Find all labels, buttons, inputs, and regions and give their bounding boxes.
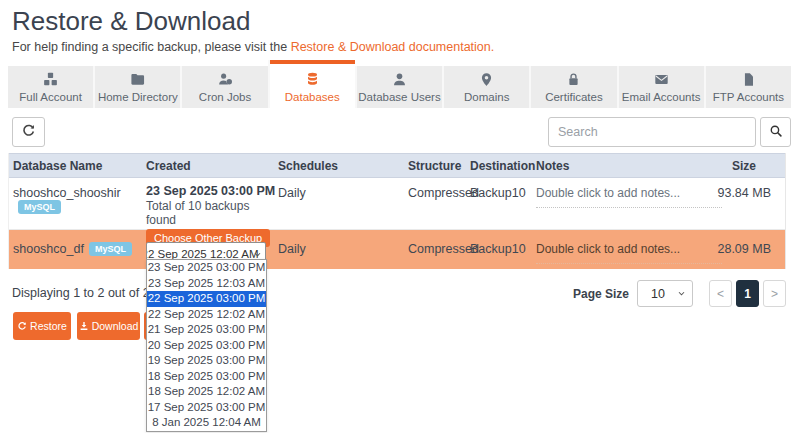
column-created: Created [146,159,278,173]
column-schedules: Schedules [278,159,408,173]
db-name: shooshco_shooshir [13,186,121,200]
pagination-controls: Page Size 10 < 1 > [573,280,786,307]
tab-label: Home Directory [98,91,178,103]
next-page-button[interactable]: > [763,280,786,307]
restore-icon [17,321,27,331]
backups-table: Database Name Created Schedules Structur… [8,153,786,269]
page-size-value: 10 [651,287,665,301]
user-icon [391,71,407,87]
dropdown-option[interactable]: 23 Sep 2025 03:00 PM [147,260,266,276]
dropdown-option[interactable]: 18 Sep 2025 03:00 PM [147,369,266,385]
restore-download-page: Restore & Download For help finding a sp… [0,0,800,433]
notes-placeholder: Double click to add notes... [536,242,722,264]
lock-icon [566,71,582,87]
column-structure: Structure [408,159,470,173]
dropdown-option-highlighted[interactable]: 22 Sep 2025 03:00 PM [147,291,266,307]
download-icon [79,321,89,331]
page-title: Restore & Download [12,6,250,37]
size-cell: 28.09 MB [716,230,787,269]
tab-full-account[interactable]: Full Account [8,66,93,108]
table-header-row: Database Name Created Schedules Structur… [9,153,785,178]
restore-button[interactable]: Restore [13,312,71,340]
mysql-badge: MySQL [18,200,61,214]
documentation-link[interactable]: Restore & Download documentation. [291,40,495,54]
tab-label: Database Users [358,91,440,103]
help-text: For help finding a specific backup, plea… [12,40,291,54]
page-size-label: Page Size [573,287,629,301]
tab-certificates[interactable]: Certificates [529,66,616,108]
database-icon [304,71,320,87]
selected-backup-date: 22 Sep 2025 12:02 AM [146,248,259,260]
backups-found-note: Total of 10 backups found [146,199,278,227]
table-row[interactable]: shooshco_shooshirMySQL 23 Sep 2025 03:00… [9,178,785,230]
schedules-cell: Daily [278,230,408,269]
tab-cron-jobs[interactable]: Cron Jobs [180,66,267,108]
dropdown-option[interactable]: 19 Sep 2025 03:00 PM [147,353,266,369]
tab-label: Email Accounts [622,91,701,103]
table-row-selected[interactable]: shooshco_dfMySQL 22 Sep 2025 12:02 AM Da… [9,230,785,269]
map-pin-icon [479,71,495,87]
column-destination: Destination [470,159,536,173]
dropdown-option[interactable]: 21 Sep 2025 03:00 PM [147,322,266,338]
help-line: For help finding a specific backup, plea… [12,40,494,54]
download-button[interactable]: Download [77,312,140,340]
dropdown-option[interactable]: 18 Sep 2025 12:02 AM [147,384,266,400]
notes-cell[interactable]: Double click to add notes... [536,230,716,269]
page-size-select[interactable]: 10 [637,280,693,307]
tab-databases[interactable]: Databases [268,60,355,108]
download-label: Download [92,320,139,332]
mysql-badge: MySQL [89,242,132,256]
tab-label: Domains [464,91,509,103]
envelope-icon [653,71,669,87]
dropdown-option[interactable]: 23 Sep 2025 12:03 AM [147,276,266,292]
tab-email-accounts[interactable]: Email Accounts [617,66,704,108]
db-name: shooshco_df [13,242,84,256]
search-button[interactable] [760,117,791,147]
search-input[interactable] [548,117,756,147]
structure-cell: Compressed [408,230,470,269]
folder-icon [130,71,146,87]
dropdown-option[interactable]: 8 Jan 2025 12:04 AM [147,415,266,431]
prev-page-button[interactable]: < [709,280,732,307]
backup-date-dropdown: 23 Sep 2025 03:00 PM 23 Sep 2025 12:03 A… [146,259,267,432]
tab-domains[interactable]: Domains [442,66,529,108]
dropdown-option[interactable]: 20 Sep 2025 03:00 PM [147,338,266,354]
chevron-down-icon [677,287,686,301]
tab-label: Certificates [545,91,603,103]
tab-label: Cron Jobs [199,91,251,103]
restore-label: Restore [30,320,67,332]
cubes-icon [43,71,59,87]
tab-label: FTP Accounts [713,91,784,103]
refresh-button[interactable] [12,117,45,147]
file-icon [740,71,756,87]
db-name-cell: shooshco_dfMySQL [9,230,146,269]
current-page-button[interactable]: 1 [736,280,759,307]
column-notes: Notes [536,159,716,173]
tab-label: Full Account [19,91,82,103]
dropdown-option[interactable]: 22 Sep 2025 12:02 AM [147,307,266,323]
tab-label: Databases [285,91,340,103]
backup-type-tabs: Full Account Home Directory Cron Jobs Da… [8,60,791,108]
tab-database-users[interactable]: Database Users [355,66,442,108]
tab-home-directory[interactable]: Home Directory [93,66,180,108]
column-size: Size [716,159,787,173]
tab-ftp-accounts[interactable]: FTP Accounts [704,66,791,108]
dropdown-option[interactable]: 17 Sep 2025 03:00 PM [147,400,266,416]
search-icon [769,124,783,141]
refresh-icon [21,123,36,141]
created-date: 23 Sep 2025 03:00 PM [146,184,278,198]
column-database-name: Database Name [9,159,146,173]
notes-placeholder: Double click to add notes... [536,186,722,208]
user-clock-icon [217,71,233,87]
destination-cell: Backup10 [470,230,536,269]
